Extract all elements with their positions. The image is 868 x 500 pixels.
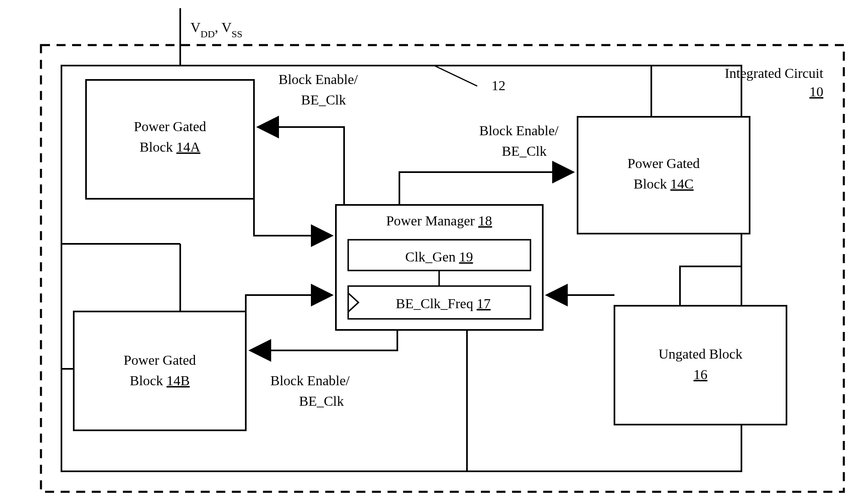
sig-14B-line1: Block Enable/ xyxy=(270,373,350,388)
block-14C xyxy=(578,117,750,234)
diagram-canvas: VDD, VSS Integrated Circuit 10 12 Power … xyxy=(8,8,868,500)
block-14B-line1: Power Gated xyxy=(124,352,196,368)
arrow-14A-to-pm xyxy=(254,178,331,236)
block-16 xyxy=(614,306,786,425)
chip-title: Integrated Circuit xyxy=(725,66,823,81)
clk-gen-label: Clk_Gen 19 xyxy=(405,249,473,264)
block-14B xyxy=(74,311,246,430)
block-14C-line1: Power Gated xyxy=(628,156,700,171)
sig-14A-line1: Block Enable/ xyxy=(279,72,358,87)
arrow-pm-to-14C xyxy=(399,172,573,205)
block-14A-line2: Block 14A xyxy=(140,139,201,155)
sig-14C-line2: BE_Clk xyxy=(502,143,547,159)
sig-14B-line2: BE_Clk xyxy=(299,393,344,409)
block-16-ref: 16 xyxy=(693,367,707,382)
block-14B-line2: Block 14B xyxy=(130,373,190,388)
ref12: 12 xyxy=(492,78,505,93)
arrow-14B-to-pm xyxy=(246,295,331,311)
arrow-pm-to-14A xyxy=(258,127,344,205)
block-16-line1: Ungated Block xyxy=(659,346,743,361)
block-14C-line2: Block 14C xyxy=(634,176,693,191)
block-14A-line1: Power Gated xyxy=(134,119,206,134)
arrow-pm-to-14B xyxy=(251,330,397,350)
chip-ref: 10 xyxy=(809,84,823,99)
sig-14A-line2: BE_Clk xyxy=(301,92,346,107)
power-manager-title: Power Manager 18 xyxy=(386,213,492,228)
ref12-leader xyxy=(434,66,477,86)
sig-14C-line1: Block Enable/ xyxy=(479,123,559,138)
supply-label: VDD, VSS xyxy=(190,20,242,39)
be-clk-freq-label: BE_Clk_Freq 17 xyxy=(396,296,490,311)
bus-stub-16 xyxy=(680,266,741,306)
